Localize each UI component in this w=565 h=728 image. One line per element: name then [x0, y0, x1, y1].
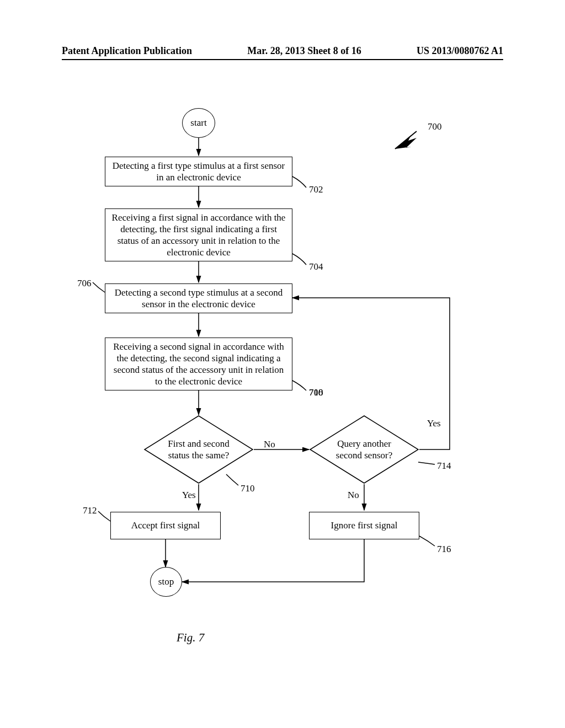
stop-node: stop	[150, 567, 182, 597]
decision-710: First and second status the same?	[143, 415, 254, 484]
header-right: US 2013/0080762 A1	[417, 45, 503, 57]
label-no-714: No	[348, 490, 359, 501]
figure-caption: Fig. 7	[177, 631, 204, 645]
step-712-text: Accept first signal	[131, 520, 200, 531]
ref-706: 706	[77, 278, 92, 289]
label-yes-710: Yes	[182, 490, 196, 501]
step-704: Receiving a first signal in accordance w…	[105, 208, 292, 261]
ref-714: 714	[437, 461, 451, 472]
ref-710: 710	[241, 483, 255, 494]
ref-716: 716	[437, 544, 451, 555]
decision-714-text: Query another second sensor?	[326, 438, 403, 462]
stop-label: stop	[158, 576, 174, 587]
step-708: Receiving a second signal in accordance …	[105, 338, 292, 390]
step-716: Ignore first signal	[309, 512, 419, 539]
ref-712: 712	[83, 505, 97, 516]
step-712: Accept first signal	[110, 512, 221, 539]
step-706-text: Detecting a second type stimulus at a se…	[111, 287, 286, 311]
step-704-text: Receiving a first signal in accordance w…	[111, 212, 286, 259]
step-702-text: Detecting a first type stimulus at a fir…	[111, 160, 286, 184]
ref-700: 700	[428, 121, 442, 132]
page-header: Patent Application Publication Mar. 28, …	[62, 45, 503, 60]
flowchart: start Detecting a first type stimulus at…	[0, 105, 565, 656]
step-716-text: Ignore first signal	[331, 520, 398, 531]
decision-710-text: First and second status the same?	[160, 438, 237, 462]
start-label: start	[190, 117, 206, 129]
decision-714: Query another second sensor?	[309, 415, 419, 484]
ref-702: 702	[309, 184, 323, 195]
step-708-text: Receiving a second signal in accordance …	[111, 341, 286, 388]
ref-704: 704	[309, 261, 323, 272]
label-no-710: No	[264, 439, 275, 450]
ref-708b: 708	[309, 387, 323, 398]
step-702: Detecting a first type stimulus at a fir…	[105, 157, 292, 186]
header-left: Patent Application Publication	[62, 45, 192, 57]
start-node: start	[182, 108, 215, 138]
header-center: Mar. 28, 2013 Sheet 8 of 16	[247, 45, 361, 57]
step-706: Detecting a second type stimulus at a se…	[105, 283, 292, 313]
label-yes-714: Yes	[427, 418, 441, 429]
